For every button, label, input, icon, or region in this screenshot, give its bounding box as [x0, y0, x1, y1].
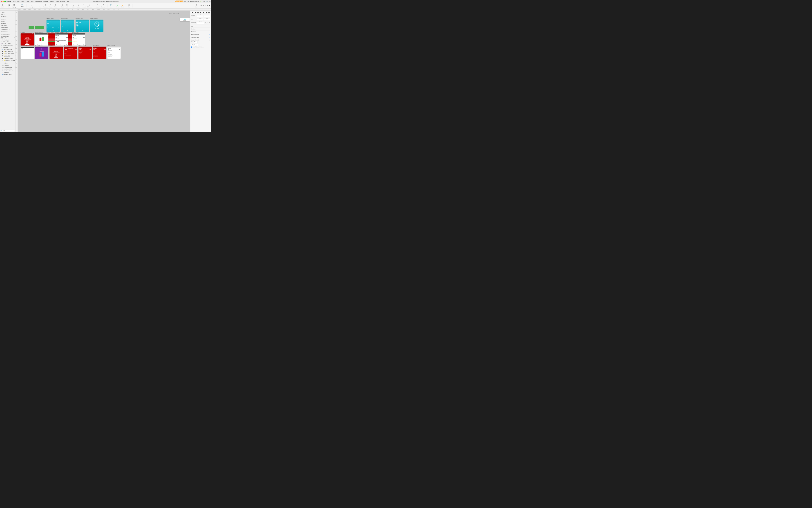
rotate-left-button[interactable]: ↺: [191, 44, 193, 46]
menu-icon[interactable]: ☰: [209, 1, 211, 2]
artboard-iphone8-channel[interactable]: iPhone 8 Copy ⊞ Log out Channel name 765…: [64, 45, 77, 59]
flatten-tool[interactable]: ⊟ Flatten: [54, 4, 57, 8]
page-screenshots-1-2[interactable]: Screenshots v1.2: [0, 31, 15, 33]
intersect-tool[interactable]: ∩ Intersect: [82, 4, 86, 8]
zoom-increase[interactable]: +: [24, 4, 25, 5]
artboard-iphone8-main[interactable]: iPhone 8 9:41 ▶ YouTube Mon Monetization…: [21, 32, 34, 45]
page-marketing[interactable]: Marketing: [0, 22, 15, 24]
insert-tool[interactable]: ⊕ Insert: [1, 4, 4, 8]
search-input[interactable]: [3, 130, 14, 131]
cloud-tool[interactable]: ☁ Cloud: [121, 4, 124, 8]
artboard-iphone8-copy12b[interactable]: iPhone 8 Copy 12 ☰ Upgrade Global stats …: [55, 32, 68, 45]
auto-artboard-refresh-checkbox[interactable]: ✓: [191, 47, 192, 48]
menu-help[interactable]: Help: [66, 1, 70, 2]
artboard-iphone8-copy5[interactable]: iPhone 8 Copy 5 9:41 1,000 4,000: [35, 32, 48, 45]
menu-prototyping[interactable]: Prototyping: [35, 1, 42, 2]
y-input[interactable]: [204, 15, 210, 17]
page-screenshots-1-0[interactable]: Screenshots v1.0: [0, 29, 15, 31]
flip-h-ctrl[interactable]: ↔: [196, 44, 199, 46]
artboard-iphone8-copy[interactable]: iPhone 8 Copy 9:41 Loading...: [21, 45, 34, 59]
artboard-iphone8-copy4[interactable]: iPhone 8 Copy 4 ⊞ Log out Subscribers 76…: [107, 45, 121, 59]
menu-layer[interactable]: Layer: [26, 1, 30, 2]
layer-iphone8-copy7[interactable]: ▶ ▣ iPhone 8 Copy 7: [0, 74, 15, 76]
distribute-h[interactable]: ⬛: [208, 11, 210, 13]
layer-bars-top[interactable]: ⬡ Bars/Status/White: [0, 43, 15, 45]
menu-plugins[interactable]: Plugins: [50, 1, 54, 2]
layer-bars-status[interactable]: ⬡ Bars/Status/White: [2, 68, 15, 70]
layout-icon-3[interactable]: ⊡: [205, 5, 206, 7]
artboard-iphone8-copy6[interactable]: iPhone 8 Copy 6 ☰ Upgrade Global stats S…: [72, 32, 85, 45]
mask-toggle[interactable]: ◉ Mask: [4, 38, 7, 39]
layer-feedbacks[interactable]: Aa Feedbacks: [2, 65, 15, 67]
menu-text[interactable]: Text: [31, 1, 33, 2]
layout-icon-2[interactable]: ⊞: [203, 5, 204, 7]
rotate-right-button[interactable]: ↻: [194, 44, 196, 46]
view-tool[interactable]: ⊞ View: [128, 4, 131, 8]
align-right[interactable]: ⬛: [197, 11, 199, 13]
page-ui-v1-0-1[interactable]: UI V1.0.1: [0, 18, 15, 20]
artboard-iphone8-copy2[interactable]: iPhone 8 Copy 2 ⊞ Log out Subscribers 76…: [79, 45, 92, 59]
rotate-tool[interactable]: ↻ Rotate: [49, 4, 52, 8]
edit-tool[interactable]: ✏ Edit: [39, 4, 42, 8]
artboard-iphone8-red2[interactable]: iPhone 8 9:41 ▶ YouTube Mon Monetization…: [49, 45, 62, 59]
difference-tool[interactable]: △ Difference: [87, 4, 92, 8]
add-page-button[interactable]: +: [8, 11, 9, 13]
preview-tool[interactable]: ▶ Preview: [116, 4, 120, 8]
magic-mirror-settings[interactable]: ⚙: [209, 39, 210, 41]
add-fill-button[interactable]: +: [209, 26, 210, 27]
rotate-input[interactable]: [197, 22, 205, 24]
page-screenshots-1-7[interactable]: Screenshots v1.7: [0, 35, 15, 37]
mask-tool[interactable]: ⊕ Mask: [61, 4, 64, 8]
flip-v-button[interactable]: ↕: [207, 22, 209, 24]
page-screenshots-1-4-2[interactable]: Screenshots v1.4.2: [0, 33, 15, 35]
subtract-tool[interactable]: ∖ Subtract: [77, 4, 80, 8]
artboard-iphone8-copy8[interactable]: iPhone 8 Copy 8 9:41 Subscribers target …: [61, 18, 74, 32]
layer-feedbacks-top[interactable]: Aa Feedbacks: [0, 39, 15, 41]
add-inner-shadow-button[interactable]: +: [209, 34, 210, 35]
minimize-button[interactable]: [3, 1, 4, 2]
layer-photo-group[interactable]: ▼ 📁 13737672_10154041744...: [2, 59, 15, 61]
page-moodboard[interactable]: Moodboard: [0, 16, 15, 18]
layer-mask[interactable]: ⬜ Mask: [3, 63, 15, 65]
layer-hi-there[interactable]: Aa Hi there, Ed here!: [2, 67, 15, 68]
layers-collapse[interactable]: ⌃: [14, 37, 15, 39]
ungroup-tool[interactable]: ⊟ Ungroup: [12, 4, 16, 8]
artboard-iphone8-copy9[interactable]: iPhone 8 Copy 9 9:41 Subscribers 144 ⊜ 8…: [76, 18, 89, 32]
layer-firstname[interactable]: ▶ 📁 First name: [2, 54, 15, 56]
link-tool[interactable]: 🔗 Link: [109, 4, 112, 8]
layer-rectangle-top[interactable]: ⬜ Rectangle: [0, 47, 15, 49]
layer-me[interactable]: ⬡ me: [3, 61, 15, 63]
zoom-decrease[interactable]: −: [20, 4, 21, 5]
pages-collapse[interactable]: ⌃: [13, 11, 14, 13]
flip-h-button[interactable]: ↔: [205, 22, 207, 24]
layer-solo-develo[interactable]: Aa I am the solo develo: [2, 70, 15, 72]
layer-rectangle[interactable]: ⬜ Rectangle: [2, 72, 15, 74]
height-input[interactable]: [204, 19, 210, 21]
page-ui-v1-1-top[interactable]: UI V1.1: [0, 13, 15, 16]
menu-insert[interactable]: Insert: [21, 1, 25, 2]
layer-firstname-copy[interactable]: ▶ 📁 First name Copy: [2, 51, 15, 52]
artboard-iphone8-copy3[interactable]: iPhone 8 Copy 3 ⊞ Log out Subscribers 76…: [93, 45, 106, 59]
search-icon[interactable]: 🔍: [206, 1, 208, 2]
fullscreen-button[interactable]: [4, 1, 6, 2]
align-top[interactable]: ⬛: [199, 11, 202, 13]
x-input[interactable]: [197, 15, 204, 17]
align-left[interactable]: ⬛: [191, 11, 193, 13]
align-center-v[interactable]: ⬛: [202, 11, 205, 13]
add-blur-button[interactable]: +: [209, 37, 210, 38]
width-input[interactable]: [197, 19, 204, 21]
add-border-button[interactable]: +: [209, 28, 210, 30]
page-video-preview[interactable]: Video preview: [0, 27, 15, 29]
scale-tool[interactable]: ⇲ Scale: [65, 4, 68, 8]
menu-edit[interactable]: Edit: [17, 1, 19, 2]
zoom-level[interactable]: 34%: [21, 6, 24, 7]
artboard-iphone8-copy7[interactable]: iPhone 8 Copy 7 9:41 Subscribers target …: [47, 18, 60, 32]
layout-icon-1[interactable]: ⊟: [200, 5, 202, 7]
backward-tool[interactable]: ▼ Backward: [101, 4, 105, 8]
forward-tool[interactable]: ▲ Forward: [96, 4, 99, 8]
transform-tool[interactable]: ⊡ Transform: [43, 4, 48, 8]
layout-icon-5[interactable]: ⬆: [209, 5, 210, 7]
layer-hi-there-top[interactable]: Aa Hi there, Ed here!: [0, 41, 15, 43]
align-bottom[interactable]: ⬛: [205, 11, 208, 13]
page-producthunt[interactable]: ProductHunt: [0, 24, 15, 27]
